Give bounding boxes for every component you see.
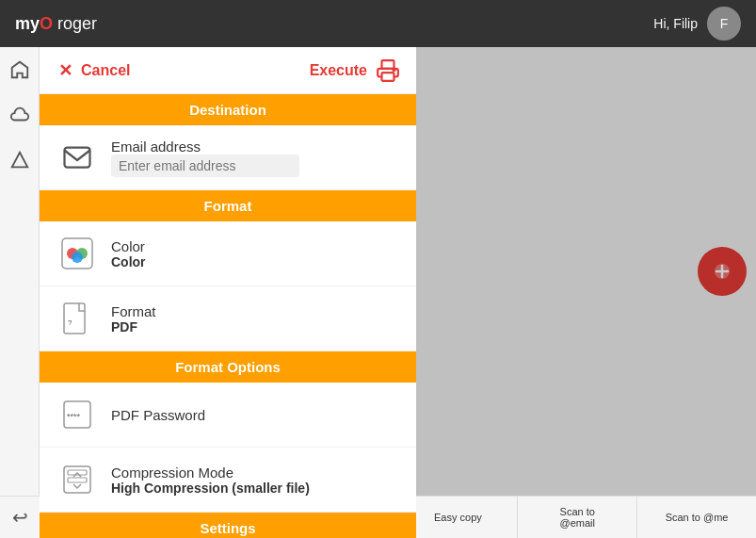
app-bar: myO roger Hi, Filip F [0, 0, 756, 47]
format-header: Format [40, 190, 416, 221]
execute-label: Execute [310, 62, 367, 79]
file-format-icon: ? [55, 296, 100, 341]
avatar: F [707, 7, 741, 41]
svg-rect-4 [65, 148, 90, 168]
destination-label: Destination [189, 102, 266, 118]
format-options-label: Format Options [175, 359, 281, 375]
color-content: Color Color [111, 238, 146, 269]
svg-text:****: **** [67, 412, 81, 421]
format-options-header: Format Options [40, 351, 416, 383]
sidebar-cloud-icon[interactable] [7, 102, 33, 128]
color-value: Color [111, 254, 146, 269]
format-row[interactable]: ? Format PDF [40, 286, 416, 351]
cancel-label: Cancel [81, 62, 130, 79]
email-content: Email address [111, 139, 299, 177]
email-icon [55, 135, 100, 180]
scan-email-label: Scan to @email [560, 506, 595, 529]
print-icon [375, 57, 401, 84]
back-button[interactable]: ↩ [0, 506, 40, 529]
email-row: Email address [40, 125, 416, 190]
destination-header: Destination [40, 94, 416, 125]
compression-value: High Compression (smaller file) [111, 481, 310, 496]
pdf-password-title: PDF Password [111, 407, 205, 423]
compression-icon [55, 457, 100, 502]
color-title: Color [111, 238, 146, 254]
modal-panel: ✕ Cancel Execute Destination [40, 47, 416, 538]
settings-header: Settings [40, 513, 416, 538]
password-icon: **** [55, 392, 100, 437]
format-label: Format [204, 198, 252, 214]
format-row-title: Format [111, 303, 156, 319]
app-logo: myO roger [15, 14, 97, 34]
cancel-x-icon: ✕ [55, 60, 75, 81]
settings-label: Settings [200, 520, 255, 536]
easy-copy-label: Easy copy [434, 512, 482, 523]
scan-me-label: Scan to @me [666, 512, 729, 523]
greeting-text: Hi, Filip [653, 16, 698, 31]
logo-text: myO roger [15, 14, 97, 34]
format-content: Format PDF [111, 303, 156, 334]
svg-point-8 [72, 252, 83, 263]
pdf-password-row[interactable]: **** PDF Password [40, 383, 416, 448]
compression-title: Compression Mode [111, 465, 310, 481]
svg-point-3 [393, 68, 394, 70]
scan-to-email-action[interactable]: Scan to @email [517, 497, 636, 538]
cancel-button[interactable]: ✕ Cancel [55, 60, 130, 81]
compression-content: Compression Mode High Compression (small… [111, 465, 310, 496]
compression-row[interactable]: Compression Mode High Compression (small… [40, 448, 416, 513]
email-input[interactable] [111, 155, 299, 177]
format-value: PDF [111, 319, 156, 334]
pdf-password-content: PDF Password [111, 407, 205, 423]
svg-rect-15 [68, 478, 87, 482]
sidebar-home-icon[interactable] [7, 57, 33, 83]
svg-text:?: ? [68, 318, 72, 327]
svg-rect-2 [382, 73, 394, 81]
svg-rect-1 [382, 60, 394, 69]
execute-button[interactable]: Execute [310, 57, 401, 84]
app-bar-right: Hi, Filip F [653, 7, 741, 41]
color-row[interactable]: Color Color [40, 221, 416, 286]
modal-header: ✕ Cancel Execute [40, 47, 416, 94]
color-icon [55, 231, 100, 276]
email-title: Email address [111, 139, 299, 155]
sidebar [0, 47, 40, 496]
sidebar-triangle-icon[interactable] [7, 147, 33, 173]
scan-to-me-action[interactable]: Scan to @me [636, 497, 756, 538]
